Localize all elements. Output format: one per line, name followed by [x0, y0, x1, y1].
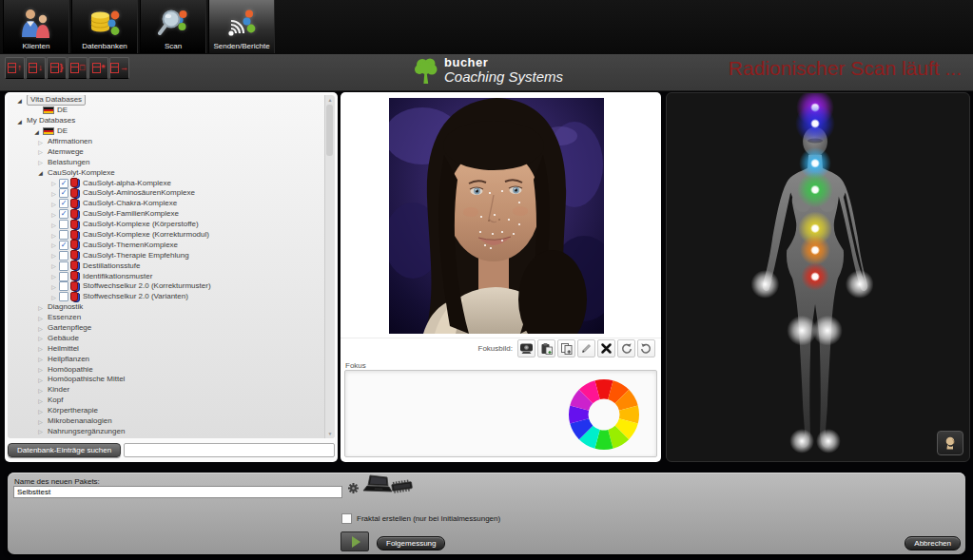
- tree-item[interactable]: ▷Destillationsstufe: [8, 261, 335, 271]
- tree-item[interactable]: ◢Vita Databases: [8, 95, 335, 106]
- entries-window-button[interactable]: □: [68, 57, 88, 79]
- delete-image-button[interactable]: [597, 339, 615, 357]
- nav-datenbanken-button[interactable]: Datenbanken: [71, 0, 138, 53]
- scroll-up-icon[interactable]: ▲: [325, 97, 335, 103]
- expander-icon[interactable]: ▷: [49, 211, 58, 218]
- nav-klienten-button[interactable]: Klienten: [3, 0, 69, 53]
- tree-item[interactable]: ▷✓CauSolyt-FamilienKomplexe: [8, 209, 335, 220]
- expander-icon[interactable]: ▷: [36, 315, 45, 321]
- expander-icon[interactable]: ▷: [36, 345, 45, 352]
- expander-icon[interactable]: ▷: [36, 418, 45, 425]
- scroll-down-icon[interactable]: ▼: [325, 431, 335, 436]
- expander-icon[interactable]: ▷: [36, 148, 45, 155]
- tree-checkbox[interactable]: [59, 261, 68, 271]
- expander-icon[interactable]: ▷: [36, 304, 45, 311]
- expander-icon[interactable]: ▷: [49, 294, 58, 300]
- expander-icon[interactable]: ◢: [15, 97, 24, 104]
- scrollbar-thumb[interactable]: [326, 105, 333, 156]
- search-db-entries-button[interactable]: Datenbank-Einträge suchen: [8, 443, 121, 457]
- tree-item[interactable]: ◢DE: [8, 126, 335, 137]
- settings-button[interactable]: [348, 480, 359, 497]
- tree-item[interactable]: ▷Gartenpflege: [8, 323, 335, 334]
- tree-item[interactable]: ▷CauSolyt-Therapie Empfehlung: [8, 250, 335, 261]
- tree-checkbox[interactable]: [59, 281, 68, 291]
- tree-item[interactable]: ▷✓CauSolyt-AminosäurenKomplexe: [8, 188, 335, 199]
- paste-image-button[interactable]: [537, 339, 555, 357]
- tree-item[interactable]: DE: [8, 106, 335, 116]
- entries-export-button[interactable]: →: [109, 57, 129, 79]
- expander-icon[interactable]: ▷: [36, 387, 45, 394]
- tree-search-input[interactable]: [124, 443, 335, 457]
- expander-icon[interactable]: ▷: [36, 335, 45, 341]
- tree-item[interactable]: ▷Belastungen: [8, 157, 335, 167]
- expander-icon[interactable]: ▷: [49, 180, 58, 186]
- edit-image-button[interactable]: [577, 339, 595, 357]
- tree-item[interactable]: ▷Kinder: [8, 385, 335, 396]
- tree-item[interactable]: ▷✓CauSolyt-Chakra-Komplexe: [8, 199, 335, 209]
- tree-checkbox[interactable]: [59, 292, 68, 301]
- expander-icon[interactable]: ◢: [15, 118, 24, 125]
- expander-icon[interactable]: ▷: [36, 408, 45, 415]
- tree-item[interactable]: ◢CauSolyt-Komplexe: [8, 167, 335, 178]
- tree-item[interactable]: ▷Diagnostik: [8, 302, 335, 313]
- entries-action-button[interactable]: *: [88, 57, 108, 79]
- tree-item[interactable]: ▷Affirmationen: [8, 137, 335, 147]
- color-wheel[interactable]: [563, 374, 645, 455]
- tree-item[interactable]: ▷Heilmittel: [8, 343, 335, 354]
- tree-checkbox[interactable]: ✓: [59, 188, 68, 198]
- tree-item[interactable]: ▷Stoffwechselkur 2.0 (Korrekturmuster): [8, 281, 335, 292]
- tree-checkbox[interactable]: [59, 251, 68, 261]
- expander-icon[interactable]: ▷: [49, 262, 58, 269]
- copy-image-button[interactable]: [557, 339, 575, 357]
- expander-icon[interactable]: ◢: [36, 169, 45, 176]
- tree-item[interactable]: ▷Gebäude: [8, 333, 335, 343]
- tree-item[interactable]: ▷Heilpflanzen: [8, 354, 335, 364]
- package-name-input[interactable]: [13, 486, 342, 498]
- expander-icon[interactable]: ▷: [49, 190, 58, 197]
- expander-icon[interactable]: ▷: [49, 241, 58, 248]
- expander-icon[interactable]: ▷: [49, 273, 58, 280]
- expander-icon[interactable]: ▷: [49, 232, 58, 239]
- tree-item[interactable]: ◢My Databases: [8, 116, 335, 126]
- expander-icon[interactable]: ▷: [49, 252, 58, 259]
- rotate-right-button[interactable]: [637, 339, 655, 357]
- tree-checkbox[interactable]: [59, 230, 68, 240]
- tree-item[interactable]: ▷Kopf: [8, 396, 335, 406]
- expander-icon[interactable]: ▷: [36, 325, 45, 332]
- webcam-capture-button[interactable]: [517, 339, 535, 357]
- expander-icon[interactable]: ▷: [36, 377, 45, 383]
- expander-icon[interactable]: ▷: [36, 366, 45, 373]
- tree-checkbox[interactable]: [59, 220, 68, 229]
- entries-expand-button[interactable]: }: [47, 57, 67, 79]
- entries-move-up-button[interactable]: ↑: [5, 57, 25, 79]
- tree-item[interactable]: ▷Nahrungsergänzungen: [8, 427, 335, 437]
- tree-item[interactable]: ▷✓CauSolyt-alpha-Komplexe: [8, 178, 335, 188]
- fractal-checkbox[interactable]: [341, 513, 352, 524]
- expander-icon[interactable]: ▷: [49, 201, 58, 207]
- tree-item[interactable]: ▷Homöopathie: [8, 364, 335, 375]
- tree-checkbox[interactable]: ✓: [59, 209, 68, 219]
- nav-senden-berichte-button[interactable]: Senden/Berichte: [208, 0, 275, 53]
- tree-item[interactable]: ▷Mikrobenanalogien: [8, 416, 335, 427]
- tree-item[interactable]: ▷Homöopathische Mittel: [8, 375, 335, 385]
- expander-icon[interactable]: ◢: [32, 128, 41, 135]
- tree-scrollbar[interactable]: ▲ ▼: [324, 95, 335, 438]
- expander-icon[interactable]: ▷: [36, 139, 45, 145]
- rotate-left-button[interactable]: [617, 339, 635, 357]
- tree-item[interactable]: ▷✓CauSolyt-ThemenKomplexe: [8, 240, 335, 250]
- tree-checkbox[interactable]: ✓: [59, 241, 68, 250]
- expander-icon[interactable]: ▷: [36, 159, 45, 165]
- nav-scan-button[interactable]: Scan: [140, 0, 206, 53]
- tree-item[interactable]: ▷Stoffwechselkur 2.0 (Varianten): [8, 292, 335, 302]
- head-view-button[interactable]: [937, 431, 963, 455]
- expander-icon[interactable]: ▷: [36, 428, 45, 434]
- tree-checkbox[interactable]: ✓: [59, 199, 68, 208]
- tree-checkbox[interactable]: ✓: [59, 179, 68, 188]
- expander-icon[interactable]: ▷: [49, 222, 58, 228]
- tree-item[interactable]: ▷Identifikationsmuster: [8, 271, 335, 281]
- entries-move-down-button[interactable]: ↓: [26, 57, 46, 79]
- tree-item[interactable]: ▷Körpertherapie: [8, 406, 335, 416]
- expander-icon[interactable]: ▷: [49, 283, 58, 290]
- expander-icon[interactable]: ▷: [36, 397, 45, 404]
- expander-icon[interactable]: ▷: [36, 356, 45, 362]
